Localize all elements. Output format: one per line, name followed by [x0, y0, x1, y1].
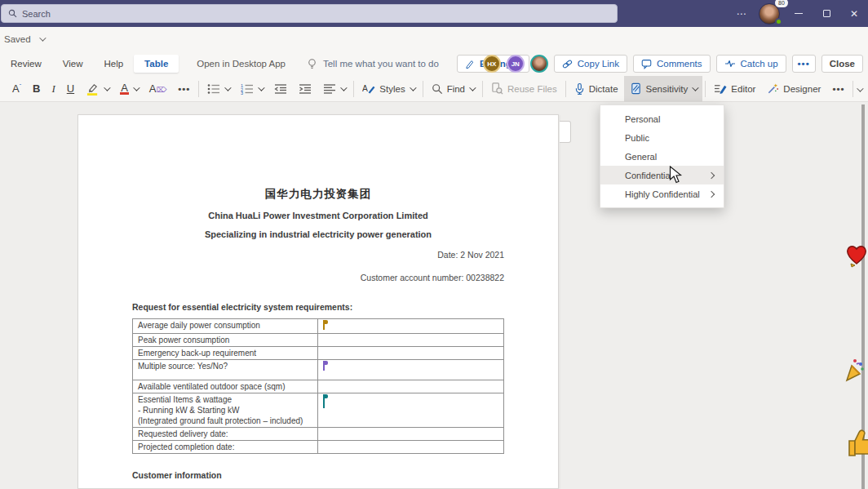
- table-cell-label[interactable]: Requested delivery date:: [133, 428, 318, 441]
- pencil-icon: [465, 59, 475, 69]
- numbered-list-button[interactable]: 123: [235, 76, 268, 102]
- increase-indent-button[interactable]: [293, 76, 317, 102]
- styles-label: Styles: [379, 84, 405, 94]
- menu-item-public[interactable]: Public: [600, 128, 724, 147]
- search-icon: [8, 9, 17, 18]
- tell-me-label: Tell me what you want to do: [323, 59, 439, 69]
- tell-me-box[interactable]: Tell me what you want to do: [307, 58, 439, 70]
- table-cell-value[interactable]: [318, 347, 504, 360]
- document-canvas: 国华力电力投资集团 China HuaLi Power Investment C…: [0, 103, 868, 489]
- menu-item-general[interactable]: General: [600, 147, 724, 166]
- font-size-button[interactable]: Aˇ: [7, 76, 27, 102]
- maximize-button[interactable]: [813, 0, 840, 27]
- alignment-button[interactable]: [317, 76, 351, 102]
- table-cell-label[interactable]: Essential Items & wattage - Running kW &…: [133, 393, 318, 428]
- dictate-button[interactable]: Dictate: [569, 76, 624, 102]
- reuse-files-button[interactable]: Reuse Files: [485, 76, 563, 102]
- clear-formatting-button[interactable]: A⌦: [144, 76, 172, 102]
- doc-subtitle[interactable]: Specializing in industrial electricity p…: [132, 229, 504, 239]
- find-button[interactable]: Find: [426, 76, 480, 102]
- bold-button[interactable]: B: [27, 76, 46, 102]
- designer-label: Designer: [783, 84, 821, 94]
- table-cell-value[interactable]: [318, 334, 504, 347]
- close-window-button[interactable]: ✕: [840, 0, 868, 27]
- decrease-indent-button[interactable]: [268, 76, 293, 102]
- chevron-down-icon[interactable]: [39, 34, 46, 41]
- comments-button[interactable]: Comments: [633, 55, 711, 73]
- divider: [353, 81, 354, 97]
- table-cell-value[interactable]: [318, 441, 504, 454]
- copy-link-button[interactable]: Copy Link: [554, 55, 627, 73]
- tab-view[interactable]: View: [52, 55, 94, 73]
- divider: [852, 81, 853, 97]
- live-cursor-purple: [323, 362, 325, 371]
- titlebar-more-button[interactable]: ⋯: [728, 8, 755, 20]
- doc-footer-heading[interactable]: Customer information: [132, 470, 504, 480]
- collaborator-avatar-hx[interactable]: HX: [483, 55, 501, 73]
- document-page[interactable]: 国华力电力投资集团 China HuaLi Power Investment C…: [78, 114, 559, 489]
- collapse-ribbon-icon[interactable]: [857, 85, 863, 91]
- svg-text:3: 3: [241, 91, 243, 95]
- table-cell-label[interactable]: Multiple source: Yes/No?: [133, 360, 318, 380]
- table-cell-value[interactable]: [318, 319, 504, 334]
- doc-date-line[interactable]: Date: 2 Nov 2021: [132, 250, 504, 260]
- copy-link-label: Copy Link: [578, 59, 619, 69]
- close-document-button[interactable]: Close: [822, 55, 863, 73]
- minimize-button[interactable]: [785, 0, 813, 27]
- styles-button[interactable]: A Styles: [356, 76, 419, 102]
- lightbulb-icon: [307, 58, 317, 70]
- outdent-icon: [274, 83, 287, 95]
- open-in-desktop-button[interactable]: Open in Desktop App: [197, 59, 286, 69]
- menu-item-personal[interactable]: Personal: [600, 109, 724, 128]
- table-row: Projected completion date:: [133, 441, 504, 454]
- collaborator-avatar-photo[interactable]: [530, 55, 548, 73]
- reaction-party-popper-icon: [839, 356, 866, 387]
- collaborator-avatar-jn[interactable]: JN: [507, 55, 525, 73]
- table-cell-value[interactable]: [318, 393, 504, 428]
- toolbar-more-button[interactable]: •••: [826, 76, 850, 102]
- sensitivity-button[interactable]: Sensitivity: [624, 76, 703, 102]
- profile-avatar[interactable]: 80: [755, 0, 785, 27]
- link-icon: [562, 59, 573, 69]
- microphone-icon: [574, 82, 585, 96]
- font-more-button[interactable]: •••: [172, 76, 196, 102]
- table-cell-value[interactable]: [318, 360, 504, 380]
- tab-table[interactable]: Table: [134, 55, 179, 73]
- divider: [198, 81, 199, 97]
- comment-indicator[interactable]: [560, 121, 571, 143]
- menu-item-highly-confidential[interactable]: Highly Confidential: [600, 184, 724, 203]
- table-cell-value[interactable]: [318, 428, 504, 441]
- bullet-list-button[interactable]: [202, 76, 235, 102]
- menu-item-confidential[interactable]: Confidential: [600, 166, 724, 184]
- table-cell-label[interactable]: Available ventilated outdoor space (sqm): [133, 380, 318, 393]
- live-cursor-gold: [323, 321, 325, 330]
- divider: [423, 81, 423, 97]
- tab-help[interactable]: Help: [93, 55, 134, 73]
- doc-title-english[interactable]: China HuaLi Power Investment Corporation…: [132, 211, 504, 220]
- editor-button[interactable]: Editor: [708, 76, 761, 102]
- table-cell-label[interactable]: Emergency back-up requirement: [133, 347, 318, 360]
- ribbon-more-button[interactable]: •••: [792, 55, 816, 73]
- underline-button[interactable]: U: [61, 76, 80, 102]
- italic-button[interactable]: I: [46, 76, 60, 102]
- font-color-button[interactable]: A: [114, 76, 144, 102]
- tab-review[interactable]: Review: [0, 55, 52, 73]
- clear-formatting-icon: A⌦: [149, 82, 166, 95]
- designer-button[interactable]: Designer: [761, 76, 826, 102]
- doc-title-chinese[interactable]: 国华力电力投资集团: [132, 187, 504, 202]
- table-cell-label[interactable]: Peak power consumption: [133, 334, 318, 347]
- doc-section-heading[interactable]: Request for essential electricity system…: [132, 302, 504, 312]
- table-cell-label[interactable]: Projected completion date:: [133, 441, 318, 454]
- comment-icon: [641, 59, 652, 69]
- sensitivity-badge-icon: [630, 82, 642, 95]
- search-input[interactable]: Search: [1, 4, 618, 23]
- find-label: Find: [447, 84, 465, 94]
- table-row: Available ventilated outdoor space (sqm): [133, 380, 504, 393]
- table-cell-value[interactable]: [318, 380, 504, 393]
- bullet-list-icon: [207, 83, 220, 95]
- catch-up-button[interactable]: Catch up: [716, 55, 786, 73]
- highlight-button[interactable]: [80, 76, 114, 102]
- table-cell-label[interactable]: Average daily power consumption: [133, 319, 318, 334]
- doc-account-line[interactable]: Customer account number: 00238822: [132, 273, 504, 282]
- dictate-label: Dictate: [589, 84, 618, 94]
